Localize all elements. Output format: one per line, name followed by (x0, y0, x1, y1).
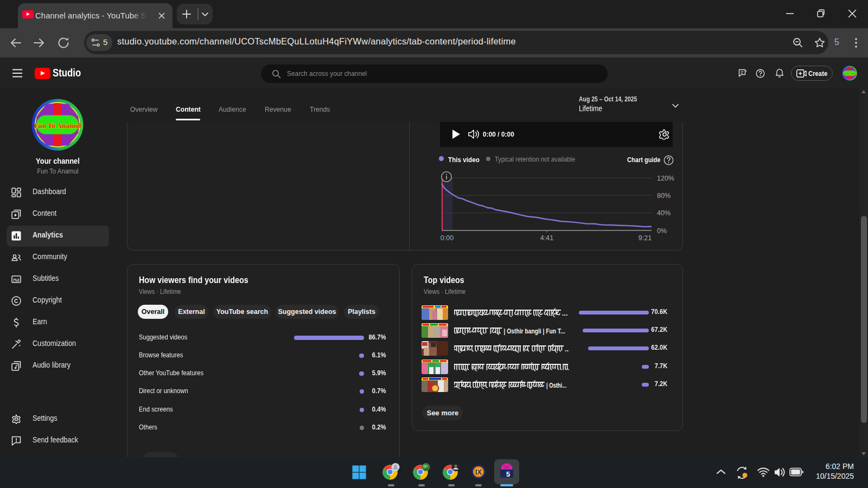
svg-text:5: 5 (506, 470, 510, 478)
svg-text:0%: 0% (657, 227, 667, 235)
svg-text:4:41: 4:41 (540, 234, 553, 242)
svg-text:...: ... (562, 309, 568, 317)
svg-text:40%: 40% (657, 209, 671, 217)
svg-text:9:21: 9:21 (639, 234, 652, 242)
svg-text:| Osthi...: | Osthi... (546, 382, 566, 389)
svg-text:...: ... (565, 345, 569, 353)
svg-text:80%: 80% (657, 192, 671, 200)
svg-text:0:00: 0:00 (441, 234, 454, 242)
svg-text:IX: IX (475, 468, 481, 476)
svg-text:120%: 120% (657, 175, 674, 182)
svg-text:| Osthir bangli | Fun T...: | Osthir bangli | Fun T... (504, 328, 565, 335)
